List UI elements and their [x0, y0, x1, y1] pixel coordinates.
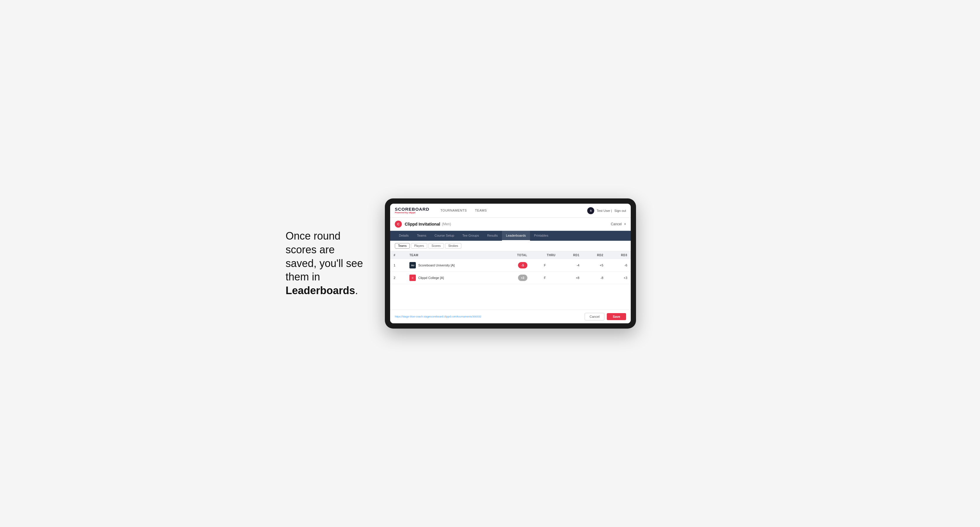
nav-teams[interactable]: TEAMS	[471, 204, 491, 217]
table-header-row: # TEAM TOTAL THRU RD1 RD2 RD3	[390, 251, 631, 259]
rd3-1: -6	[607, 259, 631, 271]
rd1-2: +8	[559, 271, 583, 284]
tablet-screen: SCOREBOARD Powered by clippd TOURNAMENTS…	[390, 204, 631, 323]
rank-2: 2	[390, 271, 406, 284]
sign-out-link[interactable]: Sign out	[614, 209, 626, 213]
rd2-1: +5	[583, 259, 607, 271]
cancel-button-footer[interactable]: Cancel	[585, 313, 605, 321]
footer-url: https://stage-blue-coach.stagescoreboard…	[395, 315, 481, 318]
tab-tee-groups[interactable]: Tee Groups	[458, 231, 483, 241]
cancel-button-header[interactable]: Cancel ×	[611, 222, 626, 226]
tournament-header: C Clippd Invitational (Men) Cancel ×	[390, 218, 631, 231]
tournament-icon: C	[395, 221, 402, 228]
filter-strokes[interactable]: Strokes	[445, 243, 461, 249]
nav-right: S Test User | Sign out	[587, 207, 626, 214]
app-footer: https://stage-blue-coach.stagescoreboard…	[390, 310, 631, 323]
rd2-2: -8	[583, 271, 607, 284]
team-logo-2: C	[409, 275, 416, 281]
total-1: -5	[500, 259, 531, 271]
team-logo-1: SU	[409, 262, 416, 268]
tab-details[interactable]: Details	[395, 231, 413, 241]
filter-teams[interactable]: Teams	[395, 243, 410, 249]
filter-bar: Teams Players Scores Strokes	[390, 241, 631, 251]
col-rank: #	[390, 251, 406, 259]
sub-nav: Details Teams Course Setup Tee Groups Re…	[390, 231, 631, 241]
logo-area: SCOREBOARD Powered by clippd	[395, 207, 429, 214]
tab-leaderboards[interactable]: Leaderboards	[502, 231, 530, 241]
score-badge-2: +3	[518, 275, 527, 281]
thru-2: F	[531, 271, 559, 284]
user-avatar: S	[587, 207, 594, 214]
score-badge-1: -5	[518, 262, 527, 268]
table-row: 1 SU Scoreboard University [A] -5 F	[390, 259, 631, 271]
content-area: # TEAM TOTAL THRU RD1 RD2 RD3 1	[390, 251, 631, 310]
col-total: TOTAL	[500, 251, 531, 259]
nav-links: TOURNAMENTS TEAMS	[436, 204, 491, 217]
col-rd1: RD1	[559, 251, 583, 259]
description-text: Once round scores are saved, you'll see …	[286, 229, 368, 298]
tournament-name: Clippd Invitational	[405, 222, 440, 227]
rd3-2: +3	[607, 271, 631, 284]
tab-printables[interactable]: Printables	[530, 231, 552, 241]
col-rd3: RD3	[607, 251, 631, 259]
logo-subtitle: Powered by clippd	[395, 211, 429, 214]
thru-1: F	[531, 259, 559, 271]
filter-scores[interactable]: Scores	[428, 243, 444, 249]
col-team: TEAM	[406, 251, 500, 259]
save-button[interactable]: Save	[607, 313, 626, 320]
team-1: SU Scoreboard University [A]	[406, 259, 500, 271]
leaderboard-table: # TEAM TOTAL THRU RD1 RD2 RD3 1	[390, 251, 631, 284]
table-row: 2 C Clippd College [A] +3 F	[390, 271, 631, 284]
tab-teams[interactable]: Teams	[413, 231, 430, 241]
tablet-frame: SCOREBOARD Powered by clippd TOURNAMENTS…	[385, 198, 636, 329]
logo-title: SCOREBOARD	[395, 207, 429, 211]
tab-course-setup[interactable]: Course Setup	[430, 231, 458, 241]
top-nav: SCOREBOARD Powered by clippd TOURNAMENTS…	[390, 204, 631, 218]
nav-tournaments[interactable]: TOURNAMENTS	[436, 204, 471, 217]
rd1-1: -4	[559, 259, 583, 271]
team-2: C Clippd College [A]	[406, 271, 500, 284]
total-2: +3	[500, 271, 531, 284]
col-thru: THRU	[531, 251, 559, 259]
user-name: Test User |	[597, 209, 612, 213]
rank-1: 1	[390, 259, 406, 271]
filter-players[interactable]: Players	[411, 243, 427, 249]
tab-results[interactable]: Results	[483, 231, 502, 241]
tournament-type: (Men)	[442, 222, 451, 226]
col-rd2: RD2	[583, 251, 607, 259]
